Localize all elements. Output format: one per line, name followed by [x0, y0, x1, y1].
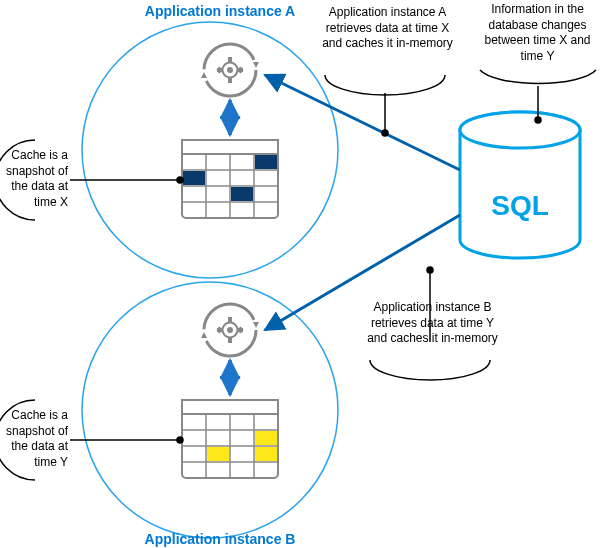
svg-rect-43	[255, 447, 277, 461]
data-table-b	[182, 400, 278, 478]
svg-rect-3	[228, 57, 232, 62]
annotation-retrieve-b: Application instance B retrieves data at…	[365, 300, 500, 347]
svg-point-2	[227, 67, 233, 73]
svg-rect-34	[182, 400, 278, 414]
svg-rect-32	[231, 187, 253, 201]
callout-retrieve-a	[325, 75, 445, 136]
svg-rect-31	[183, 171, 205, 185]
instance-a-title: Application instance A	[120, 2, 320, 20]
svg-point-56	[427, 267, 433, 273]
retrieve-arrow-a	[265, 75, 460, 170]
instance-b-title: Application instance B	[120, 530, 320, 548]
svg-rect-41	[255, 431, 277, 445]
data-table-a	[182, 140, 278, 218]
svg-rect-14	[228, 317, 232, 322]
annotation-cache-y: Cache is a snapshot of the data at time …	[0, 408, 68, 470]
process-icon-a	[201, 44, 259, 96]
annotation-cache-x: Cache is a snapshot of the data at time …	[0, 148, 68, 210]
svg-point-45	[460, 112, 580, 148]
annotation-db-change: Information in the database changes betw…	[480, 2, 595, 64]
svg-rect-30	[255, 155, 277, 169]
svg-rect-4	[228, 78, 232, 83]
annotation-retrieve-a: Application instance A retrieves data at…	[320, 5, 455, 52]
svg-rect-23	[182, 140, 278, 154]
svg-point-54	[535, 117, 541, 123]
process-icon-b	[201, 304, 259, 356]
database-icon: SQL	[460, 112, 580, 258]
svg-point-50	[177, 437, 183, 443]
svg-point-13	[227, 327, 233, 333]
svg-point-52	[382, 130, 388, 136]
svg-point-48	[177, 177, 183, 183]
svg-rect-15	[228, 338, 232, 343]
svg-rect-42	[207, 447, 229, 461]
svg-text:SQL: SQL	[491, 190, 549, 221]
